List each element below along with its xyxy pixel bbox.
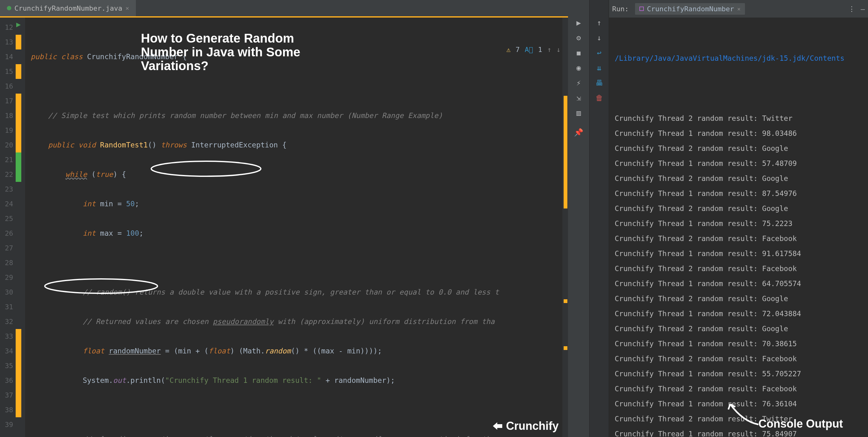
line-number: 33: [0, 329, 13, 344]
plug-icon[interactable]: ⚡: [575, 79, 583, 87]
warning-icon: ⚠: [506, 46, 510, 54]
editor-tab[interactable]: CrunchifyRandomNumber.java ×: [0, 0, 136, 16]
console-line: Crunchify Thread 2 random result: Google: [615, 321, 868, 336]
rerun-icon[interactable]: ▶: [575, 19, 583, 27]
console-line: Crunchify Thread 2 random result: Facebo…: [615, 231, 868, 246]
close-icon[interactable]: ×: [737, 6, 741, 12]
change-marker: [16, 152, 21, 167]
console-line: Crunchify Thread 1 random result: 70.386…: [615, 336, 868, 351]
line-number: 21: [0, 152, 13, 167]
code-line: [31, 79, 568, 94]
console-line: Crunchify Thread 2 random result: Google: [615, 171, 868, 186]
console-line: /Library/Java/JavaVirtualMachines/jdk-15…: [615, 51, 868, 66]
change-marker: [16, 94, 21, 108]
console-line: Crunchify Thread 2 random result: Facebo…: [615, 261, 868, 276]
warning-count: 7: [516, 46, 520, 54]
console-line: Crunchify Thread 1 random result: 75.222…: [615, 216, 868, 231]
line-number: 29: [0, 270, 13, 285]
console-label: Console Output: [758, 416, 843, 431]
code-line: // random() returns a double value with …: [31, 285, 568, 300]
console-line: Crunchify Thread 1 random result: 55.705…: [615, 366, 868, 381]
overlay-title: How to Generate Random Number in Java wi…: [141, 31, 326, 73]
line-number-gutter: 1213141516171819202122232425262728293031…: [0, 18, 16, 437]
clear-icon[interactable]: 🗑: [595, 94, 603, 102]
close-icon[interactable]: ×: [125, 4, 129, 12]
change-marker: [16, 167, 21, 182]
down-icon[interactable]: ↓: [595, 34, 603, 42]
line-number: 34: [0, 344, 13, 358]
pin-icon[interactable]: 📌: [575, 128, 583, 136]
scroll-icon[interactable]: ⇊: [595, 64, 603, 72]
up-arrow-icon[interactable]: ↑: [547, 46, 551, 54]
editor-body: 1213141516171819202122232425262728293031…: [0, 18, 568, 437]
settings-icon[interactable]: ⚙: [575, 34, 583, 42]
export-icon[interactable]: ⇲: [575, 94, 583, 102]
run-gutter-icon[interactable]: ▶: [16, 20, 21, 35]
code-line: int min = 50;: [31, 196, 568, 211]
code-line: float randomNumber = (min + (float) (Mat…: [31, 344, 568, 358]
stripe-marker: [564, 96, 567, 209]
run-controls-toolbar: ▶ ⚙ ◼ ◉ ⚡ ⇲ ▥ 📌: [568, 0, 589, 437]
change-marker: [16, 344, 21, 358]
code-line: System.out.println("Crunchify Thread 1 r…: [31, 373, 568, 388]
run-tab-name: CrunchifyRandomNumber: [647, 5, 734, 13]
console-line: Crunchify Thread 1 random result: 72.043…: [615, 306, 868, 321]
code-line: // Simple test which prints random numbe…: [31, 108, 568, 123]
line-number: 28: [0, 255, 13, 270]
code-line: // sleep() causes the currently executin…: [31, 432, 568, 437]
up-icon[interactable]: ↑: [595, 19, 603, 27]
line-number: 27: [0, 241, 13, 255]
line-number: 14: [0, 50, 13, 64]
inspections-widget[interactable]: ⚠7 Aͯ1 ↑ ↓: [506, 46, 560, 54]
line-number: 39: [0, 417, 13, 432]
line-number: 25: [0, 211, 13, 226]
line-number: 36: [0, 373, 13, 388]
line-number: 31: [0, 300, 13, 314]
change-marker: [16, 123, 21, 138]
console-line: Crunchify Thread 2 random result: Twitte…: [615, 111, 868, 126]
console-line: Crunchify Thread 2 random result: Facebo…: [615, 381, 868, 396]
run-tab[interactable]: CrunchifyRandomNumber ×: [635, 3, 745, 15]
code-line: public void RandomTest1() throws Interru…: [31, 138, 568, 152]
console-line: Crunchify Thread 2 random result: Google: [615, 201, 868, 216]
typo-icon: Aͯ: [525, 46, 533, 54]
line-number: 26: [0, 226, 13, 241]
down-arrow-icon[interactable]: ↓: [556, 46, 560, 54]
change-marker: [16, 329, 21, 344]
layout-icon[interactable]: ▥: [575, 109, 583, 117]
console-line: Crunchify Thread 1 random result: 87.549…: [615, 186, 868, 201]
line-number: 32: [0, 314, 13, 329]
code-line: // Returned values are chosen pseudorand…: [31, 314, 568, 329]
stripe-marker: [564, 346, 567, 350]
console-line: Crunchify Thread 1 random result: 57.487…: [615, 156, 868, 171]
line-number: 15: [0, 64, 13, 79]
line-number: 13: [0, 35, 13, 50]
run-output-toolbar: ↑ ↓ ↩ ⇊ 🖶 🗑: [589, 0, 609, 437]
console-line: Crunchify Thread 1 random result: 76.361…: [615, 396, 868, 411]
code-area[interactable]: public class CrunchifyRandomNumber { // …: [25, 18, 568, 437]
change-marker: [16, 403, 21, 417]
error-stripe[interactable]: [562, 18, 568, 437]
stripe-marker: [564, 299, 567, 303]
console-output[interactable]: /Library/Java/JavaVirtualMachines/jdk-15…: [609, 18, 868, 437]
code-line: int max = 100;: [31, 226, 568, 241]
console-line: Crunchify Thread 2 random result: Google: [615, 141, 868, 156]
line-number: 23: [0, 182, 13, 196]
code-line: [31, 403, 568, 417]
line-number: 19: [0, 123, 13, 138]
brand-watermark: Crunchify: [492, 419, 559, 433]
console-line: Crunchify Thread 1 random result: 91.617…: [615, 246, 868, 261]
gutter-marks: ▶: [16, 18, 25, 437]
print-icon[interactable]: 🖶: [595, 79, 603, 87]
editor-pane: CrunchifyRandomNumber.java × 12131415161…: [0, 0, 568, 437]
camera-icon[interactable]: ◉: [575, 64, 583, 72]
line-number: 37: [0, 388, 13, 403]
more-icon[interactable]: ⋮: [848, 5, 855, 13]
line-number: 12: [0, 20, 13, 35]
run-header: Run: CrunchifyRandomNumber × ⋮ —: [609, 0, 868, 18]
wrap-icon[interactable]: ↩: [595, 49, 603, 57]
stop-icon[interactable]: ◼: [575, 49, 583, 57]
editor-tabbar: CrunchifyRandomNumber.java ×: [0, 0, 568, 18]
run-config-icon: [640, 7, 644, 11]
minimize-icon[interactable]: —: [861, 5, 865, 13]
